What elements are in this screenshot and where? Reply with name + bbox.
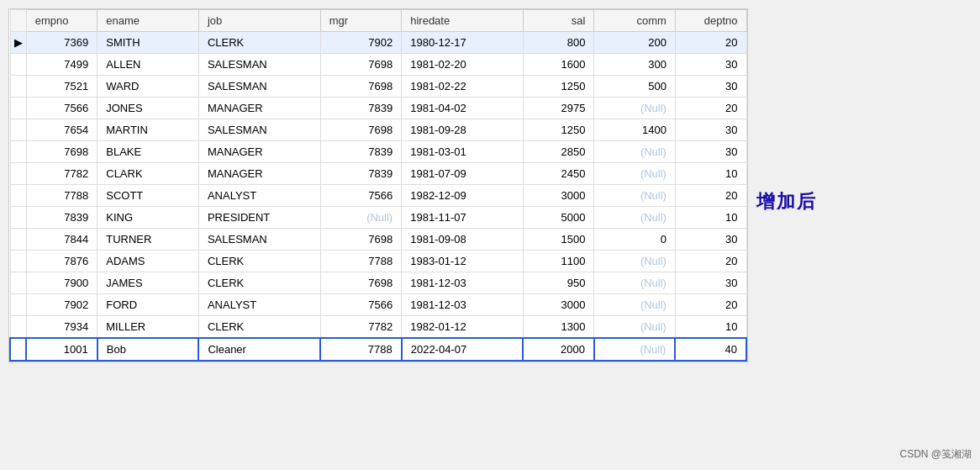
cell-mgr: 7839 <box>320 141 402 163</box>
table-container: empno ename job mgr hiredate sal comm de… <box>8 8 748 362</box>
row-indicator: ▶ <box>10 32 26 54</box>
cell-comm: 500 <box>594 76 676 98</box>
cell-hiredate: 1981-09-08 <box>402 229 524 251</box>
table-row[interactable]: 7566JONESMANAGER78391981-04-022975(Null)… <box>10 98 746 119</box>
cell-mgr: 7839 <box>320 98 402 119</box>
cell-deptno: 20 <box>675 98 746 119</box>
table-row[interactable]: 1001BobCleaner77882022-04-072000(Null)40 <box>10 338 746 361</box>
table-row[interactable]: 7844TURNERSALESMAN76981981-09-081500030 <box>10 229 746 251</box>
cell-comm: (Null) <box>594 207 676 229</box>
cell-sal: 2850 <box>523 141 593 163</box>
cell-hiredate: 1981-04-02 <box>402 98 524 119</box>
cell-ename: ALLEN <box>97 54 199 76</box>
cell-mgr: 7566 <box>320 294 402 316</box>
cell-sal: 5000 <box>523 207 593 229</box>
cell-sal: 3000 <box>523 294 593 316</box>
cell-ename: TURNER <box>97 229 199 251</box>
cell-empno: 7900 <box>26 272 97 294</box>
cell-deptno: 10 <box>675 316 746 339</box>
cell-empno: 7654 <box>26 119 97 141</box>
cell-comm: (Null) <box>594 251 676 272</box>
cell-comm: (Null) <box>594 316 676 339</box>
cell-mgr: (Null) <box>320 207 402 229</box>
cell-empno: 7499 <box>26 54 97 76</box>
cell-job: SALESMAN <box>198 119 320 141</box>
cell-mgr: 7566 <box>320 185 402 207</box>
cell-ename: WARD <box>97 76 199 98</box>
cell-hiredate: 1980-12-17 <box>402 32 524 54</box>
row-indicator <box>10 207 26 229</box>
table-row[interactable]: 7788SCOTTANALYST75661982-12-093000(Null)… <box>10 185 746 207</box>
cell-ename: Bob <box>97 338 199 361</box>
cell-job: PRESIDENT <box>198 207 320 229</box>
col-header-mgr: mgr <box>320 10 402 32</box>
cell-sal: 3000 <box>523 185 593 207</box>
row-indicator <box>10 98 26 119</box>
row-indicator <box>10 294 26 316</box>
cell-mgr: 7839 <box>320 163 402 185</box>
col-header-sal: sal <box>523 10 593 32</box>
cell-comm: (Null) <box>594 141 676 163</box>
row-indicator <box>10 316 26 339</box>
cell-comm: 200 <box>594 32 676 54</box>
cell-sal: 1500 <box>523 229 593 251</box>
cell-deptno: 10 <box>675 207 746 229</box>
table-row[interactable]: 7499ALLENSALESMAN76981981-02-20160030030 <box>10 54 746 76</box>
cell-job: MANAGER <box>198 141 320 163</box>
cell-sal: 1100 <box>523 251 593 272</box>
row-indicator <box>10 141 26 163</box>
cell-hiredate: 2022-04-07 <box>402 338 524 361</box>
row-indicator <box>10 163 26 185</box>
cell-deptno: 20 <box>675 185 746 207</box>
cell-deptno: 10 <box>675 163 746 185</box>
cell-empno: 7839 <box>26 207 97 229</box>
cell-empno: 7521 <box>26 76 97 98</box>
cell-deptno: 20 <box>675 32 746 54</box>
data-table: empno ename job mgr hiredate sal comm de… <box>9 9 747 362</box>
cell-mgr: 7698 <box>320 54 402 76</box>
cell-comm: (Null) <box>594 98 676 119</box>
table-row[interactable]: 7902FORDANALYST75661981-12-033000(Null)2… <box>10 294 746 316</box>
cell-deptno: 30 <box>675 229 746 251</box>
cell-mgr: 7788 <box>320 338 402 361</box>
table-row[interactable]: 7876ADAMSCLERK77881983-01-121100(Null)20 <box>10 251 746 272</box>
table-row[interactable]: 7900JAMESCLERK76981981-12-03950(Null)30 <box>10 272 746 294</box>
col-header-indicator <box>10 10 26 32</box>
cell-deptno: 40 <box>675 338 746 361</box>
col-header-deptno: deptno <box>675 10 746 32</box>
cell-sal: 1250 <box>523 119 593 141</box>
cell-job: MANAGER <box>198 98 320 119</box>
csdn-watermark: CSDN @笺湘湖 <box>899 447 972 462</box>
cell-job: SALESMAN <box>198 229 320 251</box>
cell-hiredate: 1981-12-03 <box>402 272 524 294</box>
cell-empno: 7566 <box>26 98 97 119</box>
table-row[interactable]: 7654MARTINSALESMAN76981981-09-2812501400… <box>10 119 746 141</box>
cell-empno: 7902 <box>26 294 97 316</box>
table-row[interactable]: 7521WARDSALESMAN76981981-02-22125050030 <box>10 76 746 98</box>
cell-comm: (Null) <box>594 185 676 207</box>
cell-sal: 1300 <box>523 316 593 339</box>
table-row[interactable]: 7782CLARKMANAGER78391981-07-092450(Null)… <box>10 163 746 185</box>
table-row[interactable]: ▶7369SMITHCLERK79021980-12-1780020020 <box>10 32 746 54</box>
cell-hiredate: 1981-09-28 <box>402 119 524 141</box>
cell-hiredate: 1981-11-07 <box>402 207 524 229</box>
cell-job: CLERK <box>198 316 320 339</box>
table-row[interactable]: 7934MILLERCLERK77821982-01-121300(Null)1… <box>10 316 746 339</box>
table-row[interactable]: 7698BLAKEMANAGER78391981-03-012850(Null)… <box>10 141 746 163</box>
cell-sal: 1600 <box>523 54 593 76</box>
row-indicator <box>10 251 26 272</box>
cell-hiredate: 1982-01-12 <box>402 316 524 339</box>
cell-sal: 950 <box>523 272 593 294</box>
cell-empno: 1001 <box>26 338 97 361</box>
cell-hiredate: 1981-02-20 <box>402 54 524 76</box>
row-indicator <box>10 185 26 207</box>
row-indicator <box>10 272 26 294</box>
cell-mgr: 7698 <box>320 272 402 294</box>
cell-deptno: 30 <box>675 54 746 76</box>
cell-comm: (Null) <box>594 163 676 185</box>
cell-comm: (Null) <box>594 338 676 361</box>
table-row[interactable]: 7839KINGPRESIDENT(Null)1981-11-075000(Nu… <box>10 207 746 229</box>
cell-ename: KING <box>97 207 199 229</box>
cell-hiredate: 1981-07-09 <box>402 163 524 185</box>
row-indicator <box>10 76 26 98</box>
